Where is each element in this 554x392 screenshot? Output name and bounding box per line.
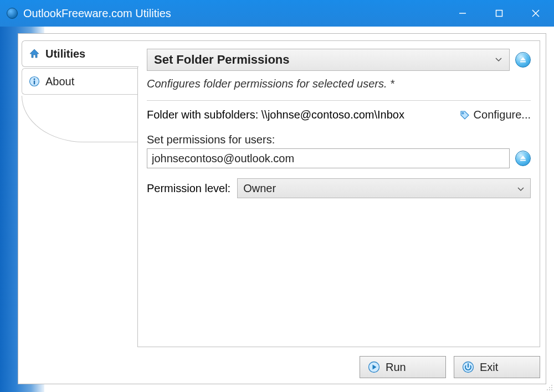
permission-level-label: Permission level: <box>147 182 230 195</box>
svg-rect-6 <box>34 81 35 85</box>
folder-path: \\johnse@contoso.com\Inbox <box>261 109 404 121</box>
tab-utilities[interactable]: Utilities <box>22 40 138 67</box>
tag-icon <box>459 110 470 121</box>
info-icon <box>29 76 40 87</box>
users-label: Set permissions for users: <box>147 133 531 146</box>
power-icon <box>462 361 474 373</box>
users-input[interactable] <box>147 148 510 168</box>
utility-description: Configures folder permissions for select… <box>147 78 531 90</box>
utility-select-label: Set Folder Permissions <box>154 53 290 67</box>
close-button[interactable] <box>517 0 554 27</box>
main-panel: Utilities About Set Folder Permissions <box>18 33 546 384</box>
exit-label: Exit <box>480 361 498 374</box>
client-area: Outlook Freeware .com Utilities <box>0 27 554 392</box>
separator <box>147 100 531 101</box>
tab-utilities-label: Utilities <box>45 48 85 60</box>
window-title: OutlookFreeware.com Utilities <box>23 7 444 20</box>
chevron-down-icon <box>517 182 525 195</box>
eject-button-users[interactable] <box>515 151 531 166</box>
utility-select[interactable]: Set Folder Permissions <box>147 49 510 71</box>
configure-link[interactable]: Configure... <box>459 109 531 121</box>
svg-point-14 <box>551 387 552 388</box>
run-label: Run <box>386 361 406 374</box>
resize-grip[interactable] <box>545 383 553 391</box>
svg-point-17 <box>551 389 552 390</box>
home-icon <box>29 48 40 59</box>
minimize-button[interactable] <box>444 0 481 27</box>
configure-label: Configure... <box>474 109 531 121</box>
folder-label: Folder with subfolders: <box>147 109 258 121</box>
tabs-curve <box>22 96 138 142</box>
run-button[interactable]: Run <box>360 356 446 378</box>
bottom-bar: Run Exit <box>360 356 540 378</box>
exit-button[interactable]: Exit <box>454 356 540 378</box>
svg-point-5 <box>34 79 35 80</box>
tabs-column: Utilities About <box>22 40 138 95</box>
svg-point-12 <box>551 385 552 386</box>
svg-rect-7 <box>520 61 526 63</box>
app-icon <box>7 8 18 19</box>
permission-level-row: Permission level: Owner <box>147 178 531 198</box>
titlebar: OutlookFreeware.com Utilities <box>0 0 554 27</box>
users-row <box>147 148 531 168</box>
folder-row: Folder with subfolders: \\johnse@contoso… <box>147 109 531 121</box>
utility-header-row: Set Folder Permissions <box>147 49 531 71</box>
permission-level-select[interactable]: Owner <box>237 178 531 198</box>
content-panel: Set Folder Permissions Configures folder… <box>137 40 540 347</box>
chevron-down-icon <box>495 55 502 64</box>
tab-about[interactable]: About <box>22 68 138 95</box>
permission-level-value: Owner <box>243 182 276 195</box>
svg-rect-9 <box>520 160 526 161</box>
maximize-button[interactable] <box>481 0 517 27</box>
svg-rect-1 <box>496 11 502 17</box>
svg-point-15 <box>547 389 548 390</box>
eject-button-header[interactable] <box>515 52 531 68</box>
play-icon <box>368 361 380 373</box>
svg-point-16 <box>549 389 550 390</box>
window-controls <box>444 0 554 27</box>
svg-point-13 <box>549 387 550 388</box>
tab-about-label: About <box>45 75 74 88</box>
